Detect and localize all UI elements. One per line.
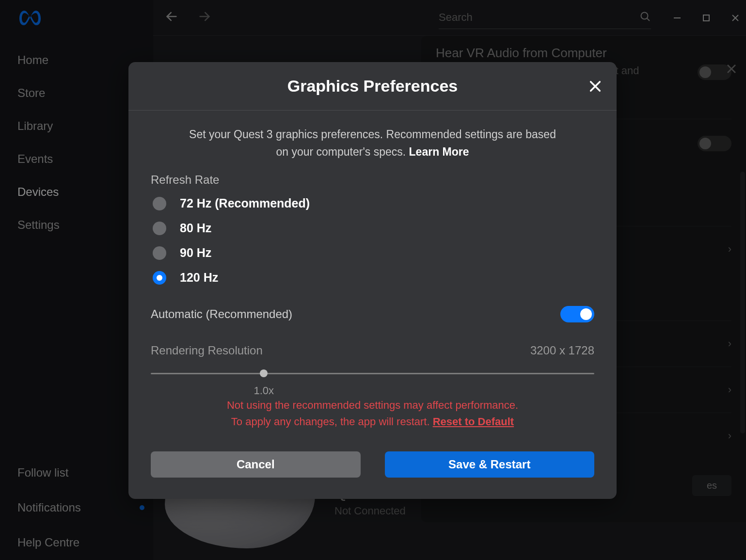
- refresh-90hz[interactable]: 90 Hz: [153, 246, 594, 260]
- refresh-rate-group: 72 Hz (Recommended) 80 Hz 90 Hz 120 Hz: [151, 196, 594, 285]
- automatic-toggle[interactable]: [560, 306, 594, 322]
- refresh-120hz[interactable]: 120 Hz: [153, 271, 594, 285]
- learn-more-link[interactable]: Learn More: [409, 145, 469, 158]
- modal-header: Graphics Preferences: [128, 62, 617, 111]
- modal-close-icon[interactable]: [588, 80, 602, 93]
- resolution-slider[interactable]: 1.0x: [151, 366, 594, 381]
- slider-thumb[interactable]: [260, 369, 268, 377]
- modal-title: Graphics Preferences: [287, 77, 458, 96]
- cancel-button[interactable]: Cancel: [151, 451, 361, 478]
- rendering-resolution-label: Rendering Resolution: [151, 344, 263, 357]
- modal-description: Set your Quest 3 graphics preferences. R…: [151, 126, 594, 160]
- refresh-72hz[interactable]: 72 Hz (Recommended): [153, 196, 594, 210]
- rendering-resolution-value: 3200 x 1728: [530, 344, 594, 357]
- graphics-preferences-modal: Graphics Preferences Set your Quest 3 gr…: [128, 62, 617, 499]
- automatic-label: Automatic (Recommended): [151, 307, 292, 321]
- refresh-80hz[interactable]: 80 Hz: [153, 221, 594, 235]
- save-restart-button[interactable]: Save & Restart: [385, 451, 595, 478]
- reset-default-link[interactable]: Reset to Default: [433, 416, 514, 428]
- warning-text: Not using the recommended settings may a…: [151, 397, 594, 430]
- refresh-rate-label: Refresh Rate: [151, 173, 594, 187]
- slider-tick: 1.0x: [254, 384, 274, 397]
